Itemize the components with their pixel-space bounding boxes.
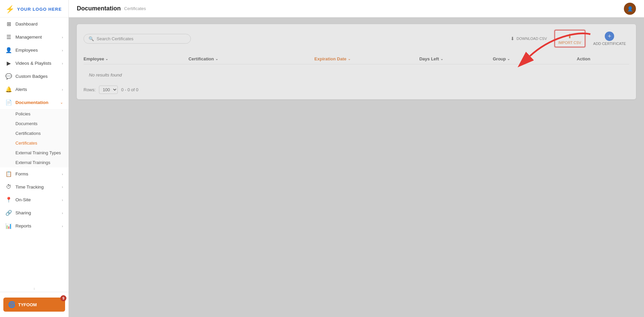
sidebar-item-reports[interactable]: 📊 Reports › [0, 219, 68, 232]
avatar-initials: 👤 [627, 6, 633, 11]
add-circle-icon: + [605, 32, 614, 41]
sidebar: ⚡ YOUR LOGO HERE ⊞ Dashboard ☰ Managemen… [0, 0, 69, 317]
add-certificate-label: ADD CERTIFICATE [593, 42, 626, 46]
main-area: Documentation Certificates 👤 🔍 ⬇ [69, 0, 644, 317]
sidebar-item-on-site[interactable]: 📍 On-Site › [0, 193, 68, 206]
sidebar-bottom: 9 🌀 TYFOOM [0, 292, 68, 317]
chevron-down-icon: ⌄ [60, 100, 63, 105]
sidebar-item-certificates[interactable]: Certificates [0, 138, 68, 148]
custom-badges-icon: 💬 [5, 73, 12, 80]
tyfoom-icon: 🌀 [8, 301, 15, 308]
documentation-submenu: Policies Documents Certifications Certif… [0, 109, 68, 167]
sort-arrow-days-left: ⌄ [440, 57, 443, 61]
sidebar-item-employees[interactable]: 👤 Employees › [0, 44, 68, 57]
empty-state: No results found [84, 64, 629, 82]
rows-per-page-select[interactable]: 100 50 25 [99, 86, 118, 94]
col-action: Action [577, 56, 629, 61]
chevron-right-icon: › [62, 198, 63, 202]
sidebar-label-videos: Videos & Playlists [15, 61, 51, 66]
chevron-right-icon: › [62, 61, 63, 65]
sidebar-nav: ⊞ Dashboard ☰ Management › 👤 Employees ›… [0, 17, 68, 285]
sidebar-label-management: Management [15, 35, 42, 40]
sidebar-item-alerts[interactable]: 🔔 Alerts › [0, 83, 68, 96]
download-csv-label: DOWNLOAD CSV [517, 37, 547, 41]
sidebar-label-documentation: Documentation [15, 100, 48, 105]
dashboard-icon: ⊞ [5, 21, 12, 27]
tyfoom-button[interactable]: 9 🌀 TYFOOM [3, 298, 65, 312]
content-area: 🔍 ⬇ DOWNLOAD CSV ⬆ IMPORT CSV [69, 17, 644, 317]
search-icon: 🔍 [89, 36, 94, 41]
topbar: Documentation Certificates 👤 [69, 0, 644, 17]
sidebar-label-sharing: Sharing [15, 210, 31, 215]
search-container[interactable]: 🔍 [84, 34, 191, 44]
sidebar-item-documentation[interactable]: 📄 Documentation ⌄ [0, 96, 68, 109]
logo-icon: ⚡ [5, 5, 14, 14]
sidebar-label-forms: Forms [15, 171, 28, 176]
sidebar-label-reports: Reports [15, 223, 31, 228]
table-footer: Rows: 100 50 25 0 - 0 of 0 [84, 86, 629, 94]
sidebar-item-certifications[interactable]: Certifications [0, 128, 68, 138]
sidebar-label-on-site: On-Site [15, 197, 31, 202]
sidebar-item-dashboard[interactable]: ⊞ Dashboard [0, 17, 68, 31]
sidebar-label-custom-badges: Custom Badges [15, 74, 48, 79]
import-csv-button[interactable]: ⬆ IMPORT CSV [554, 30, 585, 47]
sidebar-item-videos[interactable]: ▶ Videos & Playlists › [0, 57, 68, 70]
pagination-info: 0 - 0 of 0 [121, 87, 138, 92]
sidebar-item-forms[interactable]: 📋 Forms › [0, 167, 68, 180]
sidebar-item-external-training-types[interactable]: External Training Types [0, 148, 68, 158]
sort-arrow-certification: ⌄ [215, 57, 218, 61]
col-expiration-date[interactable]: Expiration Date ⌄ [314, 56, 419, 61]
download-csv-button[interactable]: ⬇ DOWNLOAD CSV [508, 35, 549, 43]
on-site-icon: 📍 [5, 197, 12, 203]
sort-arrow-expiration: ⌄ [348, 57, 351, 61]
col-employee[interactable]: Employee ⌄ [84, 56, 189, 61]
chevron-right-icon: › [62, 185, 63, 189]
sidebar-item-sharing[interactable]: 🔗 Sharing › [0, 206, 68, 219]
logo-text: YOUR LOGO HERE [17, 7, 62, 12]
sidebar-item-policies[interactable]: Policies [0, 109, 68, 119]
time-tracking-icon: ⏱ [5, 184, 12, 190]
sidebar-item-documents[interactable]: Documents [0, 119, 68, 128]
page-title: Documentation [77, 5, 121, 12]
topbar-left: Documentation Certificates [77, 5, 146, 12]
avatar[interactable]: 👤 [624, 3, 636, 15]
col-group[interactable]: Group ⌄ [493, 56, 577, 61]
rows-label: Rows: [84, 87, 96, 92]
sidebar-item-management[interactable]: ☰ Management › [0, 31, 68, 44]
import-icon: ⬆ [567, 33, 572, 40]
scroll-indicator: ↕ [0, 285, 68, 292]
tyfoom-badge: 9 [60, 295, 66, 301]
download-icon: ⬇ [511, 36, 515, 41]
sidebar-label-dashboard: Dashboard [15, 21, 38, 27]
sidebar-label-employees: Employees [15, 48, 38, 53]
sidebar-label-alerts: Alerts [15, 87, 27, 92]
sidebar-label-time-tracking: Time Tracking [15, 184, 44, 190]
management-icon: ☰ [5, 34, 12, 40]
toolbar: 🔍 ⬇ DOWNLOAD CSV ⬆ IMPORT CSV [84, 30, 629, 48]
add-certificate-button[interactable]: + ADD CERTIFICATE [590, 30, 629, 48]
forms-icon: 📋 [5, 171, 12, 177]
chevron-right-icon: › [62, 172, 63, 176]
table-header: Employee ⌄ Certification ⌄ Expiration Da… [84, 53, 629, 64]
topbar-right: 👤 [624, 3, 636, 15]
employees-icon: 👤 [5, 47, 12, 53]
col-days-left[interactable]: Days Left ⌄ [419, 56, 493, 61]
tyfoom-label: TYFOOM [18, 302, 37, 307]
search-input[interactable] [97, 36, 186, 41]
sidebar-item-external-trainings[interactable]: External Trainings [0, 158, 68, 167]
videos-icon: ▶ [5, 60, 12, 66]
toolbar-actions: ⬇ DOWNLOAD CSV ⬆ IMPORT CSV + ADD CERTIF… [508, 30, 629, 48]
sort-arrow-employee: ⌄ [105, 57, 108, 61]
sidebar-item-time-tracking[interactable]: ⏱ Time Tracking › [0, 180, 68, 193]
logo-area[interactable]: ⚡ YOUR LOGO HERE [0, 0, 68, 17]
col-certification[interactable]: Certification ⌄ [189, 56, 314, 61]
chevron-right-icon: › [62, 48, 63, 52]
sharing-icon: 🔗 [5, 210, 12, 216]
chevron-right-icon: › [62, 35, 63, 39]
reports-icon: 📊 [5, 223, 12, 229]
alerts-icon: 🔔 [5, 86, 12, 93]
chevron-right-icon: › [62, 224, 63, 228]
sidebar-item-custom-badges[interactable]: 💬 Custom Badges [0, 70, 68, 83]
import-csv-label: IMPORT CSV [558, 41, 581, 45]
breadcrumb: Certificates [124, 6, 146, 11]
